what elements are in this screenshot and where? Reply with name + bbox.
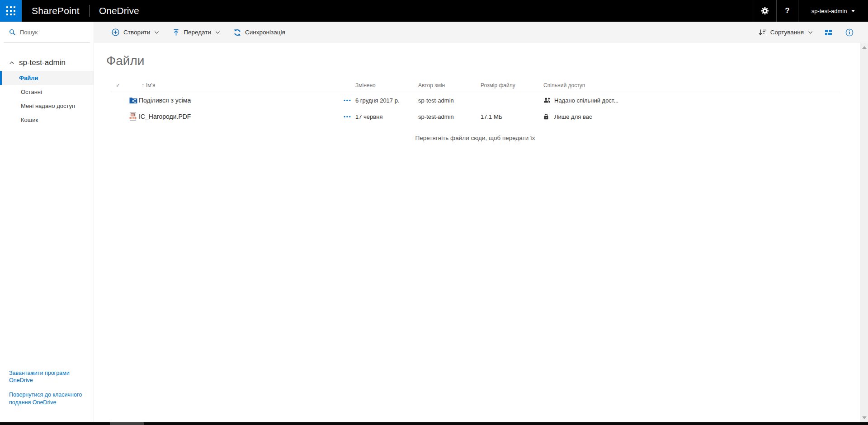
search-box[interactable] [4,22,90,43]
table-row[interactable]: pdf ІС_Нагороди.PDF ••• 17 червня sp-tes… [111,108,840,125]
sidebar-item-shared-with-me[interactable]: Мені надано доступ [0,99,94,113]
table-row[interactable]: Поділився з усіма ••• 6 грудня 2017 р. s… [111,92,840,108]
sidebar-item-label: Кошик [21,117,38,123]
search-input[interactable] [20,29,83,36]
scrollbar-down-arrow[interactable] [862,416,867,419]
file-name[interactable]: ІС_Нагороди.PDF [139,113,191,120]
scrollbar-up-arrow[interactable] [862,46,867,49]
waffle-icon [6,6,15,15]
sidebar-item-label: Файли [19,75,38,81]
tiles-view-icon [825,29,833,36]
suite-bar: SharePoint OneDrive ? sp- [0,0,868,22]
upload-icon [173,29,179,36]
gear-icon [761,7,769,15]
upload-button-label: Передати [184,29,211,36]
sidebar-item-recycle-bin[interactable]: Кошик [0,113,94,127]
settings-button[interactable] [753,0,776,22]
chevron-down-icon [215,31,220,34]
sidebar-footer: Завантажити програми OneDrive Повернутис… [9,369,93,414]
help-icon: ? [785,6,789,15]
files-table: ✓ ↑ Ім'я Змінено Автор змін Розмір файлу… [111,80,840,141]
sort-button[interactable]: Сортування [759,29,813,36]
sort-button-label: Сортування [770,29,804,36]
more-actions-button[interactable]: ••• [344,114,352,119]
sidebar-item-files[interactable]: Файли [0,71,94,85]
column-header-modified[interactable]: Змінено [355,82,376,89]
pdf-file-icon: pdf [129,112,137,121]
column-header-modified-by[interactable]: Автор змін [418,82,445,89]
column-header-name[interactable]: Ім'я [146,82,155,89]
plus-circle-icon [112,28,119,36]
new-button[interactable]: Створити [112,28,159,36]
sidebar-item-label: Останні [21,89,42,95]
file-modified-by: sp-test-admin [418,113,454,120]
chevron-down-icon [851,10,855,12]
column-header-sharing[interactable]: Спільний доступ [543,82,585,89]
user-menu-button[interactable]: sp-test-admin [798,0,868,22]
people-icon [543,98,551,103]
table-header-row: ✓ ↑ Ім'я Змінено Автор змін Розмір файлу… [111,80,840,92]
file-modified: 6 грудня 2017 р. [355,97,400,104]
view-toggle-button[interactable] [825,29,833,36]
chevron-down-icon [154,31,159,34]
shared-folder-icon [129,97,137,104]
sort-ascending-icon: ↑ [142,82,144,89]
brand-divider [89,5,90,17]
sidebar: sp-test-admin Файли Останні Мені надано … [0,22,94,422]
return-to-classic-link[interactable]: Повернутися до класичного подання OneDri… [9,391,93,406]
column-header-size[interactable]: Розмір файлу [481,82,515,89]
account-section-label: sp-test-admin [19,58,66,67]
taskbar-edge-segment [110,422,144,425]
app-launcher-button[interactable] [0,0,22,22]
lock-icon [543,113,549,120]
sharepoint-brand[interactable]: SharePoint [32,5,80,16]
help-button[interactable]: ? [776,0,798,22]
search-icon [9,29,16,36]
sync-button[interactable]: Синхронізація [234,29,285,36]
file-sharing-status[interactable]: Надано спільний дост... [554,97,618,104]
chevron-down-icon [808,31,813,34]
details-pane-button[interactable] [845,28,854,37]
select-all-checkmark-icon[interactable]: ✓ [116,82,120,89]
onedrive-app-title: OneDrive [99,5,139,16]
get-onedrive-apps-link[interactable]: Завантажити програми OneDrive [9,369,93,385]
file-modified-by: sp-test-admin [418,97,454,104]
more-actions-button[interactable]: ••• [344,98,352,103]
page-title: Файли [106,54,860,68]
file-sharing-status[interactable]: Лише для вас [554,113,592,120]
svg-text:pdf: pdf [131,114,134,116]
vertical-scrollbar[interactable] [860,43,868,422]
file-modified: 17 червня [355,113,382,120]
files-view: Файли ✓ ↑ Ім'я Змінено Автор змін Розмір… [94,43,860,422]
sync-icon [234,29,241,36]
file-name[interactable]: Поділився з усіма [139,97,191,104]
user-name: sp-test-admin [811,8,847,14]
taskbar-edge [0,422,868,425]
chevron-up-icon [9,61,14,65]
file-size: 17.1 МБ [481,113,502,120]
sort-icon [759,29,766,36]
sidebar-item-label: Мені надано доступ [21,103,75,109]
sidebar-item-recent[interactable]: Останні [0,85,94,99]
upload-button[interactable]: Передати [173,29,220,36]
new-button-label: Створити [123,29,150,36]
info-icon [845,28,854,37]
sidebar-nav: Файли Останні Мені надано доступ Кошик [0,71,94,127]
sidebar-account-section[interactable]: sp-test-admin [0,56,94,69]
sync-button-label: Синхронізація [245,29,285,36]
dropzone-hint: Перетягніть файли сюди, щоб передати їх [111,135,840,141]
command-bar: Створити Передати [94,22,868,43]
